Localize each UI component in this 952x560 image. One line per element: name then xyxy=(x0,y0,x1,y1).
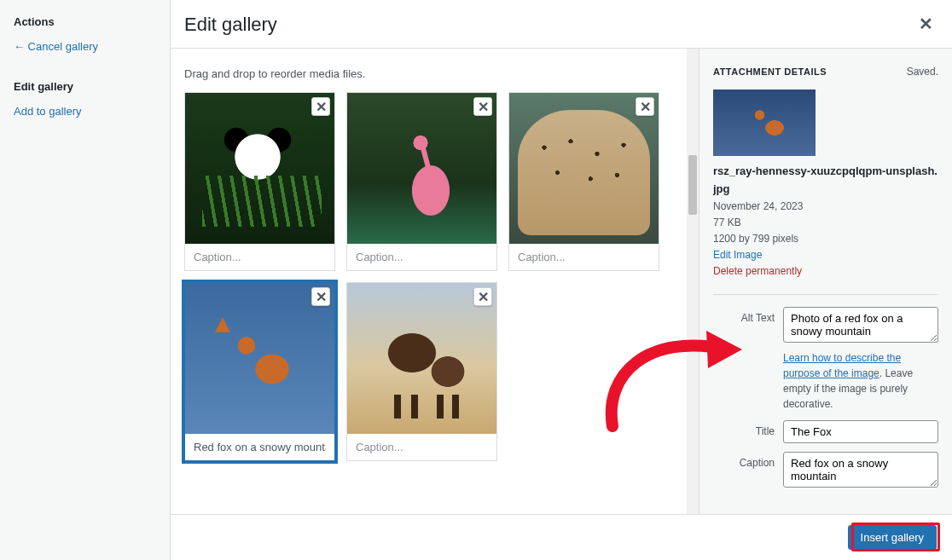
insert-gallery-button[interactable]: Insert gallery xyxy=(848,525,937,550)
close-icon[interactable]: ✕ xyxy=(914,14,938,34)
media-card[interactable]: ✕ xyxy=(184,92,335,271)
caption-textarea[interactable]: Red fox on a snowy mountain xyxy=(783,452,938,488)
caption-input[interactable] xyxy=(185,244,334,270)
remove-media-icon[interactable]: ✕ xyxy=(636,97,654,116)
gallery-scrollbar-thumb[interactable] xyxy=(688,155,697,215)
media-thumbnail[interactable]: ✕ xyxy=(509,93,659,244)
saved-status: Saved. xyxy=(907,66,938,78)
alt-text-hint: Learn how to describe the purpose of the… xyxy=(783,350,938,412)
gallery-area: Drag and drop to reorder media files. ✕ … xyxy=(171,49,699,514)
attachment-details-heading: ATTACHMENT DETAILS xyxy=(713,66,827,77)
caption-label: Caption xyxy=(713,452,783,469)
title-input[interactable] xyxy=(783,420,938,443)
attachment-filesize: 77 KB xyxy=(713,215,938,231)
remove-media-icon[interactable]: ✕ xyxy=(473,287,492,306)
caption-input[interactable] xyxy=(347,434,496,460)
remove-media-icon[interactable]: ✕ xyxy=(311,97,330,116)
alt-text-input[interactable]: Photo of a red fox on a snowy mountain xyxy=(783,307,938,343)
attachment-dimensions: 1200 by 799 pixels xyxy=(713,231,938,247)
attachment-details-panel: ATTACHMENT DETAILS Saved. rsz_ray-hennes… xyxy=(699,49,952,514)
title-label: Title xyxy=(713,420,783,437)
attachment-date: November 24, 2023 xyxy=(713,199,938,215)
left-sidebar: Actions ← Cancel gallery Edit gallery Ad… xyxy=(0,0,171,560)
media-card[interactable]: ✕ xyxy=(346,282,497,461)
media-card-selected[interactable]: ✕ xyxy=(184,282,335,461)
add-to-gallery-link[interactable]: Add to gallery xyxy=(14,101,156,121)
media-thumbnail[interactable]: ✕ xyxy=(185,283,334,434)
cancel-gallery-link[interactable]: ← Cancel gallery xyxy=(14,37,156,56)
media-card[interactable]: ✕ xyxy=(508,92,659,271)
remove-media-icon[interactable]: ✕ xyxy=(311,287,330,306)
media-card[interactable]: ✕ xyxy=(346,92,497,271)
attachment-filename: rsz_ray-hennessy-xuuzcpqlqpm-unsplash.jp… xyxy=(713,163,938,199)
modal-footer: Insert gallery xyxy=(171,514,952,560)
media-thumbnail[interactable]: ✕ xyxy=(347,93,496,244)
reorder-instructions: Drag and drop to reorder media files. xyxy=(171,49,699,92)
modal-header: Edit gallery ✕ xyxy=(171,0,952,49)
attachment-meta: rsz_ray-hennessy-xuuzcpqlqpm-unsplash.jp… xyxy=(699,163,952,291)
divider xyxy=(713,294,938,295)
attachment-preview xyxy=(713,89,816,156)
caption-input[interactable] xyxy=(347,244,496,270)
thumbnails-grid[interactable]: ✕ ✕ ✕ xyxy=(171,92,699,478)
remove-media-icon[interactable]: ✕ xyxy=(473,97,492,116)
media-thumbnail[interactable]: ✕ xyxy=(185,93,334,244)
gallery-scrollbar[interactable] xyxy=(687,49,699,514)
media-thumbnail[interactable]: ✕ xyxy=(347,283,496,434)
page-title: Edit gallery xyxy=(184,14,277,36)
actions-heading: Actions xyxy=(14,15,156,28)
edit-image-link[interactable]: Edit Image xyxy=(713,247,762,263)
edit-gallery-heading[interactable]: Edit gallery xyxy=(14,80,156,93)
caption-input[interactable] xyxy=(185,434,334,460)
alt-text-label: Alt Text xyxy=(713,307,783,324)
delete-permanently-link[interactable]: Delete permanently xyxy=(713,263,802,280)
caption-input[interactable] xyxy=(509,244,659,270)
